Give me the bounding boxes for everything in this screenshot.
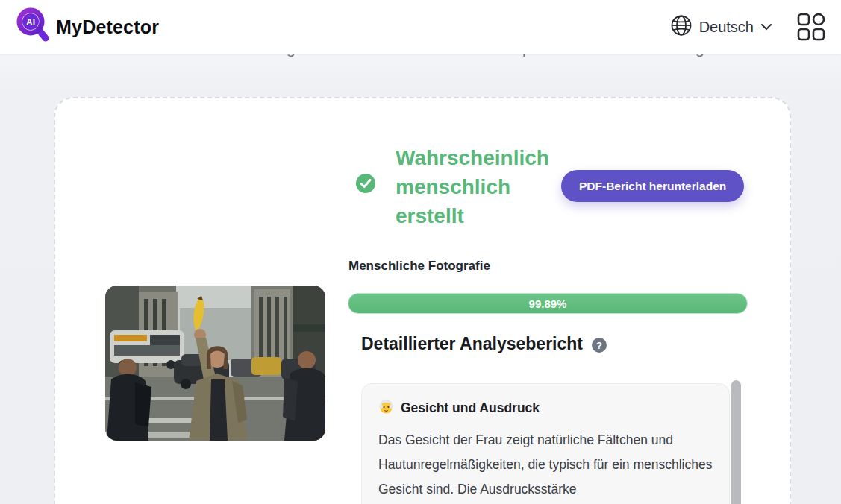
panel-scrollbar-thumb[interactable] [731, 380, 741, 504]
language-selector[interactable]: Deutsch [667, 10, 775, 44]
top-navbar: AI MyDetector Deutsch [0, 0, 841, 54]
verdict-heading: Wahrscheinlich menschlich erstellt [396, 143, 573, 230]
help-icon[interactable]: ? [592, 338, 607, 353]
classification-label: Menschliche Fotografie [348, 259, 490, 274]
ai-magnifier-logo-icon: AI [16, 7, 49, 46]
result-card: Wahrscheinlich menschlich erstellt PDF-B… [54, 97, 791, 504]
download-pdf-button[interactable]: PDF-Bericht herunterladen [561, 170, 744, 202]
analysis-body-text: Das Gesicht der Frau zeigt natürliche Fä… [378, 428, 716, 502]
analyzed-photo-thumbnail[interactable] [105, 286, 325, 441]
check-circle-icon [355, 173, 376, 197]
analysis-heading: Gesicht und Ausdruck [401, 400, 540, 416]
svg-text:AI: AI [26, 17, 35, 28]
apps-grid-button[interactable] [796, 12, 826, 42]
chevron-down-icon [760, 20, 772, 34]
globe-icon [670, 14, 693, 40]
confidence-value: 99.89% [529, 297, 567, 310]
brand-logo-group[interactable]: AI MyDetector [16, 7, 159, 46]
confidence-progress-bar: 99.89% [348, 293, 748, 314]
language-label: Deutsch [699, 19, 754, 36]
analysis-panel: Gesicht und Ausdruck Das Gesicht der Fra… [361, 383, 730, 504]
report-section-title: Detaillierter Analysebericht [361, 334, 583, 354]
brand-name: MyDetector [56, 16, 159, 38]
old-woman-emoji [378, 399, 394, 418]
